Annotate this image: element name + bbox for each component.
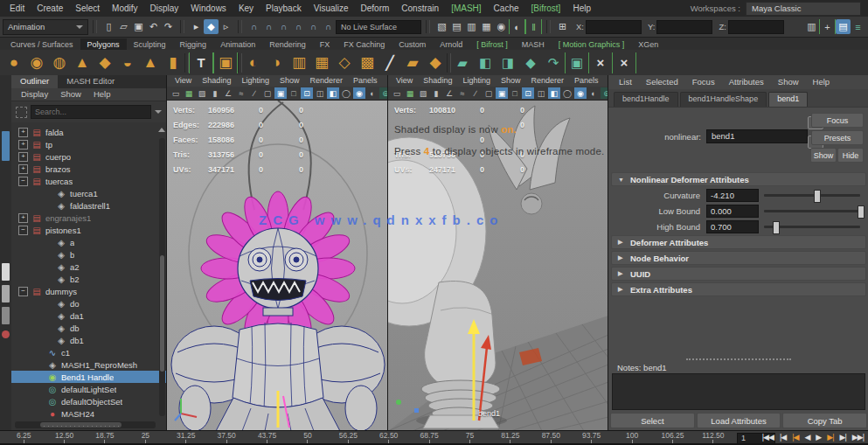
- notes-resize-handle[interactable]: [686, 358, 791, 360]
- presets-button[interactable]: Presets: [811, 130, 864, 145]
- ae-menu-item[interactable]: Attributes: [722, 76, 771, 89]
- viewport-toggle-icon[interactable]: ▦: [183, 87, 195, 99]
- collapsed-section-header[interactable]: ▶ Deformer Attributes: [611, 235, 866, 249]
- attribute-value-input[interactable]: 0.700: [706, 220, 759, 233]
- shelf-tool-icon[interactable]: ●: [3, 52, 25, 74]
- shelf-tab[interactable]: [ Motion Graphics ]: [552, 38, 632, 50]
- render-icon[interactable]: ▥: [464, 19, 479, 34]
- viewport-menu-item[interactable]: Panels: [348, 75, 383, 87]
- viewport-menu-item[interactable]: Show: [496, 75, 526, 87]
- shelf-tool-icon[interactable]: ◆: [519, 52, 542, 74]
- workspace-selector[interactable]: Maya Classic: [746, 2, 861, 16]
- shelf-tab[interactable]: Polygons: [80, 38, 127, 50]
- outliner-item[interactable]: ◉ Bend1 Handle: [11, 371, 166, 383]
- footer-button[interactable]: Copy Tab: [782, 413, 867, 428]
- shelf-tab[interactable]: Arnold: [433, 38, 469, 50]
- viewport-menu-item[interactable]: Renderer: [525, 75, 569, 87]
- outliner-item[interactable]: − ▤ pistones1: [11, 224, 166, 236]
- render-icon[interactable]: ▦: [479, 19, 494, 34]
- shelf-tool-icon[interactable]: ◆: [424, 52, 447, 74]
- menu-item[interactable]: [MASH]: [445, 0, 487, 17]
- outliner-menu-item[interactable]: Help: [87, 88, 117, 101]
- menu-item[interactable]: Windows: [184, 0, 233, 17]
- y-coord-input[interactable]: [656, 20, 712, 34]
- shelf-tool-icon[interactable]: ▰: [401, 52, 424, 74]
- viewport-toggle-icon[interactable]: ▨: [196, 87, 208, 99]
- search-input[interactable]: [31, 105, 151, 119]
- playback-button[interactable]: ▶: [813, 432, 823, 442]
- outliner-item[interactable]: ◈ a: [11, 236, 166, 248]
- time-slider[interactable]: 6.25 12.50 18.75 25 31.25 37.50: [0, 430, 868, 445]
- viewport-toggle-icon[interactable]: ◯: [561, 87, 573, 99]
- outliner-item[interactable]: ◈ tuerca1: [11, 187, 166, 199]
- ae-menu-item[interactable]: Focus: [685, 76, 722, 89]
- shelf-tool-icon[interactable]: ×: [589, 52, 612, 74]
- viewport-toggle-icon[interactable]: ⊡: [522, 87, 534, 99]
- playback-button[interactable]: |◀: [789, 432, 801, 442]
- outliner-menu-item[interactable]: Display: [15, 88, 54, 101]
- menu-item[interactable]: Constrain: [395, 0, 445, 17]
- snap-icon[interactable]: ∩: [291, 19, 306, 34]
- outliner-item[interactable]: + ▤ cuerpo: [11, 150, 166, 163]
- shelf-tab[interactable]: Rendering: [262, 38, 313, 50]
- viewport-toggle-icon[interactable]: ▣: [274, 87, 287, 99]
- shelf-tool-icon[interactable]: ▣: [565, 52, 589, 73]
- sidebar-toggle-icon[interactable]: ▥: [804, 19, 819, 34]
- outliner-item[interactable]: − ▤ tuercas: [11, 175, 166, 187]
- menu-item[interactable]: Key: [233, 0, 260, 17]
- viewport-shaded[interactable]: ViewShadingLightingShowRendererPanels ▭▦…: [387, 75, 608, 430]
- show-button[interactable]: Show: [810, 148, 837, 163]
- viewport-menu-item[interactable]: Show: [274, 75, 305, 87]
- scrollbar-thumb[interactable]: [160, 255, 164, 372]
- outliner-item[interactable]: ◈ do: [11, 297, 166, 309]
- vertical-scrollbar[interactable]: [159, 138, 165, 416]
- collapsed-section-header[interactable]: ▶ Extra Attributes: [611, 282, 866, 296]
- outliner-tab[interactable]: Outliner: [11, 75, 58, 88]
- viewport-menu-item[interactable]: Renderer: [304, 75, 348, 87]
- shelf-tool-icon[interactable]: ◐: [242, 52, 265, 74]
- outliner-item[interactable]: ∿ c1: [11, 346, 166, 358]
- shelf-tool-icon[interactable]: ◒: [116, 52, 139, 74]
- sidebar-toggle-icon[interactable]: ≡: [851, 19, 865, 34]
- hide-button[interactable]: Hide: [837, 148, 864, 163]
- outliner-item[interactable]: ● MASH24: [11, 407, 166, 420]
- ae-node-tab[interactable]: bend1Handle: [614, 92, 678, 107]
- outliner-item[interactable]: ◈ b: [11, 248, 166, 261]
- viewport-toggle-icon[interactable]: ∠: [443, 87, 455, 99]
- viewport-toggle-icon[interactable]: ≈: [235, 87, 247, 99]
- attribute-value-input[interactable]: -4.210: [706, 189, 759, 202]
- grid-icon[interactable]: ⊞: [555, 19, 570, 34]
- render-icon[interactable]: ◉: [494, 19, 509, 34]
- menu-item[interactable]: Visualize: [308, 0, 355, 17]
- shelf-tool-icon[interactable]: ◆: [94, 52, 116, 74]
- menu-item[interactable]: Edit: [3, 0, 31, 17]
- menu-item[interactable]: Help: [566, 0, 597, 17]
- viewport-toggle-icon[interactable]: □: [509, 87, 521, 99]
- menu-item[interactable]: Create: [31, 0, 69, 17]
- viewport-menu-item[interactable]: View: [170, 75, 197, 87]
- viewport-toggle-icon[interactable]: ∕: [248, 87, 260, 99]
- collapsed-section-header[interactable]: ▶ UUID: [611, 267, 866, 281]
- viewport-toggle-icon[interactable]: ▮: [430, 87, 442, 99]
- expand-toggle[interactable]: +: [18, 152, 28, 162]
- tool-slot[interactable]: [2, 285, 10, 302]
- shelf-tool-icon[interactable]: ×: [612, 52, 636, 73]
- shelf-tab[interactable]: Rigging: [173, 38, 214, 50]
- scroll-up-arrow[interactable]: [158, 128, 165, 132]
- outliner-item[interactable]: − ▤ dummys: [11, 285, 166, 297]
- menu-item[interactable]: [Bifrost]: [525, 0, 567, 17]
- viewport-toggle-icon[interactable]: ▢: [483, 87, 495, 99]
- x-coord-input[interactable]: [586, 20, 642, 34]
- playback-button[interactable]: |◀◀: [760, 432, 776, 442]
- shelf-tool-icon[interactable]: ▮: [162, 52, 184, 74]
- expand-toggle[interactable]: +: [18, 140, 28, 149]
- playback-button[interactable]: ▶▶|: [850, 432, 866, 442]
- viewport-toggle-icon[interactable]: ⊡: [301, 87, 313, 99]
- footer-button[interactable]: Select: [610, 413, 695, 428]
- viewport-toggle-icon[interactable]: ▢: [261, 87, 274, 99]
- shelf-tool-icon[interactable]: ▰: [451, 52, 474, 74]
- expand-toggle[interactable]: +: [18, 164, 28, 174]
- viewport-toggle-icon[interactable]: ∠: [222, 87, 234, 99]
- shelf-tool-icon[interactable]: ↷: [542, 52, 565, 74]
- viewport-wireframe[interactable]: ViewShadingLightingShowRendererPanels ▭▦…: [166, 75, 388, 430]
